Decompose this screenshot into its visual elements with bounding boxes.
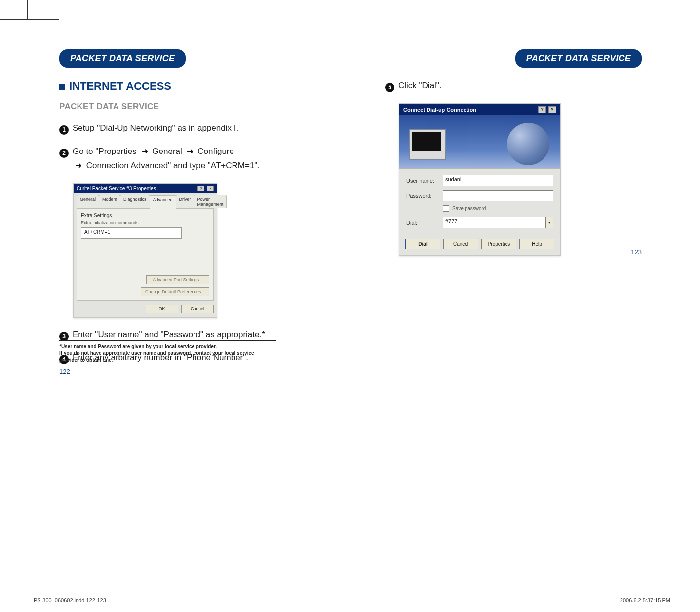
step-2b: General xyxy=(152,147,182,156)
dial-button[interactable]: Dial xyxy=(405,239,440,249)
close-icon[interactable]: × xyxy=(548,106,556,113)
section-title: INTERNET ACCESS xyxy=(59,80,316,93)
step-number-icon: 2 xyxy=(59,149,69,158)
tab-diagnostics[interactable]: Diagnostics xyxy=(120,195,150,208)
dial-label: Dial: xyxy=(406,220,443,226)
help-button[interactable]: Help xyxy=(519,239,554,249)
print-mark-left: PS-300_060602.indd 122-123 xyxy=(34,597,106,603)
change-default-button[interactable]: Change Default Preferences... xyxy=(141,287,209,296)
help-icon[interactable]: ? xyxy=(538,106,546,113)
footnote-line-1: *User name and Password are given by you… xyxy=(59,344,316,350)
group-label: Extra Settings xyxy=(81,213,209,218)
ok-button[interactable]: OK xyxy=(146,305,178,313)
dialog-title: Curitel Packet Service #3 Properties xyxy=(77,186,156,191)
footnote-rule xyxy=(59,340,276,341)
header-right: PACKET DATA SERVICE xyxy=(515,49,642,68)
globe-icon xyxy=(507,123,549,165)
step-number-icon: 5 xyxy=(385,83,394,92)
crop-mark-horizontal xyxy=(0,19,59,20)
step-2: 2Go to "Properties General Configure xyxy=(59,146,316,158)
dialog-titlebar: Connect Dial-up Connection ? × xyxy=(399,104,560,115)
section-badge-right: PACKET DATA SERVICE xyxy=(515,49,642,68)
monitor-screen-icon xyxy=(412,132,441,151)
print-mark-right: 2006.6.2 5:37:15 PM xyxy=(620,597,670,603)
username-label: User name: xyxy=(406,178,443,184)
cancel-button[interactable]: Cancel xyxy=(443,239,478,249)
step-2-cont: Connection Advanced" and type "AT+CRM=1"… xyxy=(59,160,316,172)
screenshot-connect-dialog: Connect Dial-up Connection ? × User xyxy=(399,103,561,256)
connect-dialog-buttons: Dial Cancel Properties Help xyxy=(399,235,560,255)
dial-input[interactable]: #777 xyxy=(443,217,546,228)
panel-buttons: Advanced Port Settings... Change Default… xyxy=(81,275,209,296)
help-icon[interactable]: ? xyxy=(197,186,204,191)
page-content: PACKET DATA SERVICE PACKET DATA SERVICE … xyxy=(59,49,642,558)
field-hint: Extra initialization commands: xyxy=(81,220,209,225)
password-input[interactable] xyxy=(443,190,553,201)
arrow-right-icon xyxy=(75,160,82,172)
footnote: *User name and Password are given by you… xyxy=(59,340,316,364)
window-buttons: ? × xyxy=(196,185,214,191)
tab-general[interactable]: General xyxy=(77,195,99,208)
section-title-text: INTERNET ACCESS xyxy=(69,80,171,92)
screenshot-properties-dialog: Curitel Packet Service #3 Properties ? ×… xyxy=(73,183,217,318)
cancel-button[interactable]: Cancel xyxy=(181,305,214,313)
tab-modem[interactable]: Modem xyxy=(99,195,120,208)
step-2a: Go to "Properties xyxy=(73,147,137,156)
extra-commands-input[interactable]: AT+CRM=1 xyxy=(81,227,182,239)
password-label: Password: xyxy=(406,193,443,199)
step-2c: Configure xyxy=(197,147,234,156)
close-icon[interactable]: × xyxy=(207,186,214,191)
left-column: INTERNET ACCESS PACKET DATA SERVICE 1Set… xyxy=(59,80,316,375)
step-3-text: Enter "User name" and "Password" as appr… xyxy=(73,330,265,339)
arrow-right-icon xyxy=(187,146,194,158)
dialog-tabs: General Modem Diagnostics Advanced Drive… xyxy=(74,193,217,208)
document-sheet: PACKET DATA SERVICE PACKET DATA SERVICE … xyxy=(0,0,700,612)
dialog-titlebar: Curitel Packet Service #3 Properties ? × xyxy=(74,184,217,193)
footnote-line-3: provider to obtain one. xyxy=(59,357,316,364)
right-column: 5Click "Dial". Connect Dial-up Connectio… xyxy=(385,80,642,256)
dialog-panel: Extra Settings Extra initialization comm… xyxy=(77,208,214,301)
connect-hero-image xyxy=(399,115,560,169)
crop-mark-vertical xyxy=(27,0,28,19)
save-password-label: Save password xyxy=(452,206,486,211)
window-buttons: ? × xyxy=(537,106,556,113)
arrow-right-icon xyxy=(141,146,148,158)
step-5-text: Click "Dial". xyxy=(398,81,442,90)
username-input[interactable]: sudani xyxy=(443,175,553,186)
tab-driver[interactable]: Driver xyxy=(176,195,194,208)
page-number-left: 122 xyxy=(59,368,70,375)
step-number-icon: 1 xyxy=(59,125,69,135)
save-password-checkbox[interactable]: Save password xyxy=(443,205,553,212)
dialog-title: Connect Dial-up Connection xyxy=(403,107,476,113)
footnote-line-2: If you do not have appropriate user name… xyxy=(59,350,316,357)
step-5: 5Click "Dial". xyxy=(385,80,642,92)
section-badge-left: PACKET DATA SERVICE xyxy=(59,49,186,68)
tab-advanced[interactable]: Advanced xyxy=(150,195,176,209)
square-bullet-icon xyxy=(59,84,65,90)
page-number-right: 123 xyxy=(631,248,642,256)
step-2d: Connection Advanced" and type "AT+CRM=1"… xyxy=(86,161,260,170)
step-1-text: Setup "Dial-Up Networking" as in appendi… xyxy=(73,123,238,133)
step-1: 1Setup "Dial-Up Networking" as in append… xyxy=(59,122,316,135)
connect-form: User name: sudani Password: Save passwor… xyxy=(399,169,560,235)
dial-dropdown-button[interactable]: ▾ xyxy=(546,217,553,228)
columns: INTERNET ACCESS PACKET DATA SERVICE 1Set… xyxy=(59,80,642,554)
tab-power[interactable]: Power Management xyxy=(194,195,227,208)
section-subtitle: PACKET DATA SERVICE xyxy=(59,102,316,112)
advanced-port-button[interactable]: Advanced Port Settings... xyxy=(146,275,209,284)
dialog-ok-cancel: OK Cancel xyxy=(74,305,217,317)
header-left: PACKET DATA SERVICE xyxy=(59,49,186,68)
properties-button[interactable]: Properties xyxy=(481,239,516,249)
checkbox-icon xyxy=(443,205,449,212)
step-3: 3Enter "User name" and "Password" as app… xyxy=(59,329,316,341)
